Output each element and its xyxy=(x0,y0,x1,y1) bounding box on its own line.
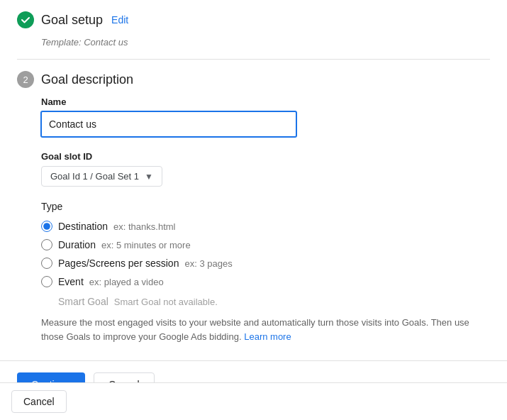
type-label: Type xyxy=(41,201,490,212)
type-field-group: Type Destination ex: thanks.html Duratio… xyxy=(41,201,490,343)
goal-setup-title: Goal setup xyxy=(41,13,103,28)
cancel-bottom-button[interactable]: Cancel xyxy=(11,390,67,413)
template-info: Template: Contact us xyxy=(41,37,490,48)
goal-slot-value: Goal Id 1 / Goal Set 1 xyxy=(50,171,139,182)
goal-description-body: Name Goal slot ID Goal Id 1 / Goal Set 1… xyxy=(41,96,490,343)
name-input[interactable] xyxy=(41,111,296,137)
actions-divider xyxy=(0,360,507,361)
duration-label: Duration xyxy=(58,239,96,250)
destination-option[interactable]: Destination ex: thanks.html xyxy=(41,221,490,232)
smart-goal-label: Smart Goal xyxy=(58,296,108,307)
bottom-bar: Cancel xyxy=(0,382,507,420)
pages-label: Pages/Screens per session xyxy=(58,258,179,269)
section-1-divider xyxy=(17,59,490,60)
name-field-group: Name xyxy=(41,96,490,137)
learn-more-link[interactable]: Learn more xyxy=(244,331,291,342)
duration-radio[interactable] xyxy=(41,239,52,250)
event-hint: ex: played a video xyxy=(89,277,164,287)
name-label: Name xyxy=(41,96,490,107)
duration-option[interactable]: Duration ex: 5 minutes or more xyxy=(41,239,490,250)
smart-goal-desc: Smart Goal not available. xyxy=(114,297,218,307)
event-radio[interactable] xyxy=(41,276,52,287)
pages-radio[interactable] xyxy=(41,258,52,269)
template-prefix: Template: xyxy=(41,37,82,48)
destination-label: Destination xyxy=(58,221,108,232)
duration-hint: ex: 5 minutes or more xyxy=(101,240,191,250)
goal-slot-label: Goal slot ID xyxy=(41,151,490,162)
pages-option[interactable]: Pages/Screens per session ex: 3 pages xyxy=(41,258,490,269)
smart-goal-row: Smart Goal Smart Goal not available. xyxy=(58,296,490,307)
chevron-down-icon: ▼ xyxy=(145,172,153,182)
goal-slot-dropdown[interactable]: Goal Id 1 / Goal Set 1 ▼ xyxy=(41,166,162,187)
goal-slot-field-group: Goal slot ID Goal Id 1 / Goal Set 1 ▼ xyxy=(41,151,490,187)
destination-hint: ex: thanks.html xyxy=(113,221,175,232)
smart-goal-info: Measure the most engaged visits to your … xyxy=(41,316,490,343)
step-2-icon: 2 xyxy=(17,71,34,88)
edit-link[interactable]: Edit xyxy=(111,14,128,26)
type-radio-group: Destination ex: thanks.html Duration ex:… xyxy=(41,221,490,287)
event-option[interactable]: Event ex: played a video xyxy=(41,276,490,287)
pages-hint: ex: 3 pages xyxy=(184,258,232,269)
goal-description-title: Goal description xyxy=(41,72,133,87)
step-check-icon xyxy=(17,11,34,28)
template-value: Contact us xyxy=(84,37,128,48)
goal-setup-section: Goal setup Edit xyxy=(17,11,490,34)
event-label: Event xyxy=(58,276,84,287)
destination-radio[interactable] xyxy=(41,221,52,232)
goal-description-section-header: 2 Goal description xyxy=(17,71,490,94)
